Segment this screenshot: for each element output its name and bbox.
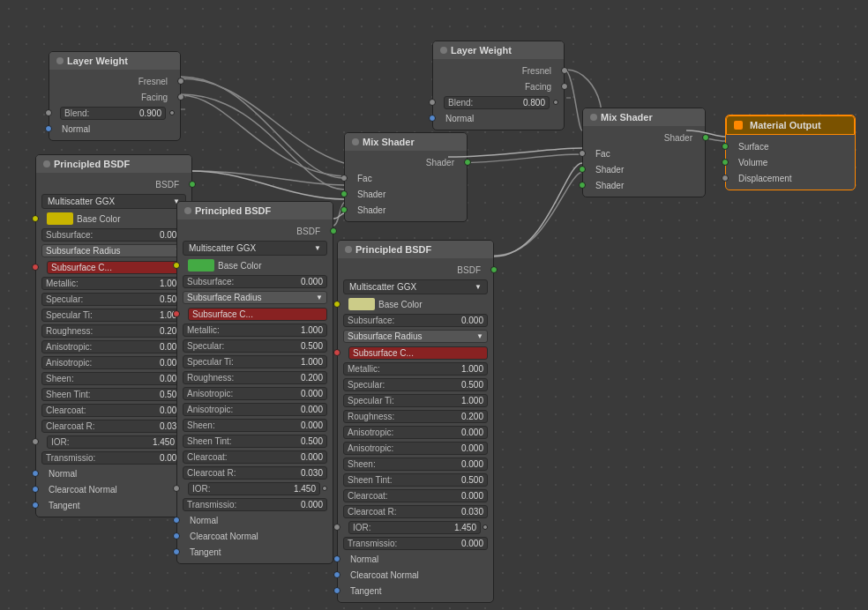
pb2-bsdf-out: BSDF <box>177 223 333 239</box>
pb3-specular[interactable]: Specular:0.500 <box>343 378 488 391</box>
mo-surface-socket <box>722 143 729 150</box>
pb2-dropdown[interactable]: Multiscatter GGX ▼ <box>183 241 327 256</box>
pb2-anisotropic1[interactable]: Anisotropic:0.000 <box>183 387 327 400</box>
pb3-ior-left <box>333 524 340 531</box>
ms2-shader-out: Shader <box>583 130 705 145</box>
lw1-fresnel-row: Fresnel <box>49 73 180 89</box>
pb2-roughness[interactable]: Roughness:0.200 <box>183 371 327 384</box>
pb3-normal-socket <box>333 555 340 562</box>
pb2-ior[interactable]: IOR:1.450 <box>188 482 320 495</box>
pb3-base-color-swatch[interactable] <box>348 298 375 310</box>
pb1-roughness[interactable]: Roughness:0.200 <box>41 324 186 338</box>
lw2-facing-socket <box>561 83 568 90</box>
pb2-clearcoat-r[interactable]: Clearcoat R:0.030 <box>183 466 327 480</box>
pb3-subsurface-radius-btn[interactable]: Subsurface Radius ▼ <box>343 330 488 343</box>
ms2-header: Mix Shader <box>583 108 705 126</box>
lw2-blend-field[interactable]: Blend: 0.800 <box>444 96 550 109</box>
pb1-subsurface-radius-btn[interactable]: Subsurface Radius ▼ <box>41 244 186 257</box>
pb2-anisotropic2[interactable]: Anisotropic:0.000 <box>183 403 327 416</box>
ms1-header: Mix Shader <box>345 133 467 151</box>
pb1-subsurface-color: Subsurface C... <box>36 259 191 275</box>
lw1-normal-row: Normal <box>49 121 180 137</box>
pb1-anisotropic2[interactable]: Anisotropic:0.000 <box>41 356 186 369</box>
pb2-normal-socket <box>173 517 180 524</box>
pb1-base-color-socket <box>32 215 39 222</box>
pb2-subsurface[interactable]: Subsurface:0.000 <box>183 275 327 288</box>
ms1-shader-out: Shader <box>345 154 467 170</box>
ms2-shader-out-socket <box>702 134 709 141</box>
lw1-blend-right-socket <box>169 110 175 115</box>
lw1-blend-left-socket <box>45 109 52 116</box>
pb1-sheen[interactable]: Sheen:0.000 <box>41 372 186 385</box>
pb3-sheen[interactable]: Sheen:0.000 <box>343 458 488 471</box>
ms2-shader2-socket <box>579 182 586 189</box>
pb2-sheen[interactable]: Sheen:0.000 <box>183 419 327 432</box>
pb3-transmissio[interactable]: Transmissio:0.000 <box>343 537 488 550</box>
pb1-clearcoat[interactable]: Clearcoat:0.000 <box>41 404 186 417</box>
lw2-facing-row: Facing <box>433 78 564 94</box>
pb3-clearcoat-r[interactable]: Clearcoat R:0.030 <box>343 505 488 518</box>
pb2-transmissio[interactable]: Transmissio:0.000 <box>183 498 327 511</box>
lw1-normal-socket <box>45 125 52 132</box>
pb3-clearcoat[interactable]: Clearcoat:0.000 <box>343 489 488 502</box>
pb2-subsurface-radius-btn[interactable]: Subsurface Radius ▼ <box>183 291 327 304</box>
pb1-dropdown[interactable]: Multiscatter GGX ▼ <box>41 194 186 209</box>
pb1-specular-ti[interactable]: Specular Ti:1.000 <box>41 309 186 322</box>
pb3-roughness[interactable]: Roughness:0.200 <box>343 410 488 423</box>
pb2-specular[interactable]: Specular:0.500 <box>183 339 327 353</box>
pb3-bsdf-out: BSDF <box>338 262 493 278</box>
pb1-subsurface-c-socket <box>32 264 39 271</box>
lw1-fresnel-socket <box>177 78 184 85</box>
pb2-tangent-socket <box>173 548 180 555</box>
mo-displacement: Displacement <box>726 170 855 186</box>
ms2-shader1: Shader <box>583 161 705 177</box>
pb1-tangent-socket <box>32 502 39 509</box>
pb2-specular-ti[interactable]: Specular Ti:1.000 <box>183 355 327 368</box>
pb2-sheen-tint[interactable]: Sheen Tint:0.500 <box>183 435 327 448</box>
pb2-header: Principled BSDF <box>177 202 333 219</box>
material-output-node: Material Output Surface Volume Displacem… <box>725 115 856 190</box>
mix-shader-1: Mix Shader Shader Fac Shader Shader <box>344 132 468 222</box>
mo-displacement-socket <box>722 175 729 182</box>
mo-volume-socket <box>722 159 729 166</box>
pb3-anisotropic2[interactable]: Anisotropic:0.000 <box>343 442 488 455</box>
pb1-header: Principled BSDF <box>36 155 191 173</box>
pb3-anisotropic1[interactable]: Anisotropic:0.000 <box>343 426 488 439</box>
pb1-transmissio[interactable]: Transmissio:0.000 <box>41 451 186 465</box>
pb1-anisotropic1[interactable]: Anisotropic:0.000 <box>41 340 186 353</box>
pb3-sheen-tint[interactable]: Sheen Tint:0.500 <box>343 473 488 487</box>
pb1-ior[interactable]: IOR:1.450 <box>47 435 179 449</box>
pb1-sheen-tint[interactable]: Sheen Tint:0.500 <box>41 388 186 401</box>
lw1-blend-row: Blend: 0.900 <box>49 105 180 121</box>
pb3-subsurface-color-field[interactable]: Subsurface C... <box>348 346 488 360</box>
lw1-blend-field[interactable]: Blend: 0.900 <box>60 107 166 120</box>
layer-weight-2-header: Layer Weight <box>433 41 564 59</box>
pb2-metallic[interactable]: Metallic:1.000 <box>183 324 327 337</box>
pb2-base-color: Base Color <box>177 257 333 273</box>
lw2-fresnel-socket <box>561 67 568 74</box>
principled-bsdf-2: Principled BSDF BSDF Multiscatter GGX ▼ … <box>176 201 333 564</box>
pb1-subsurface-color-field[interactable]: Subsurface C... <box>47 261 186 274</box>
pb1-subsurface-radius: Subsurface Radius ▼ <box>36 242 191 259</box>
pb2-base-color-swatch[interactable] <box>188 259 214 272</box>
pb1-base-color-swatch[interactable] <box>47 212 73 225</box>
pb3-specular-ti[interactable]: Specular Ti:1.000 <box>343 394 488 407</box>
pb3-base-color: Base Color <box>338 296 493 312</box>
pb2-subsurface-color-field[interactable]: Subsurface C... <box>188 308 327 321</box>
pb3-clearcoat-normal-socket <box>333 571 340 578</box>
pb3-ior[interactable]: IOR:1.450 <box>348 521 481 534</box>
pb3-metallic[interactable]: Metallic:1.000 <box>343 362 488 376</box>
pb3-dropdown[interactable]: Multiscatter GGX ▼ <box>343 279 488 294</box>
mo-header: Material Output <box>726 115 855 135</box>
pb1-clearcoat-r[interactable]: Clearcoat R:0.030 <box>41 420 186 433</box>
pb1-metallic[interactable]: Metallic:1.000 <box>41 277 186 290</box>
pb1-specular[interactable]: Specular:0.500 <box>41 293 186 306</box>
pb3-base-color-socket <box>333 301 340 308</box>
pb2-clearcoat[interactable]: Clearcoat:0.000 <box>183 450 327 464</box>
ms1-shader-out-socket <box>464 159 471 166</box>
pb1-clearcoat-normal-socket <box>32 486 39 493</box>
pb3-subsurface[interactable]: Subsurface:0.000 <box>343 314 488 327</box>
lw1-facing-row: Facing <box>49 89 180 105</box>
ms2-fac: Fac <box>583 145 705 161</box>
pb1-subsurface-field[interactable]: Subsurface: 0.000 <box>41 228 186 242</box>
